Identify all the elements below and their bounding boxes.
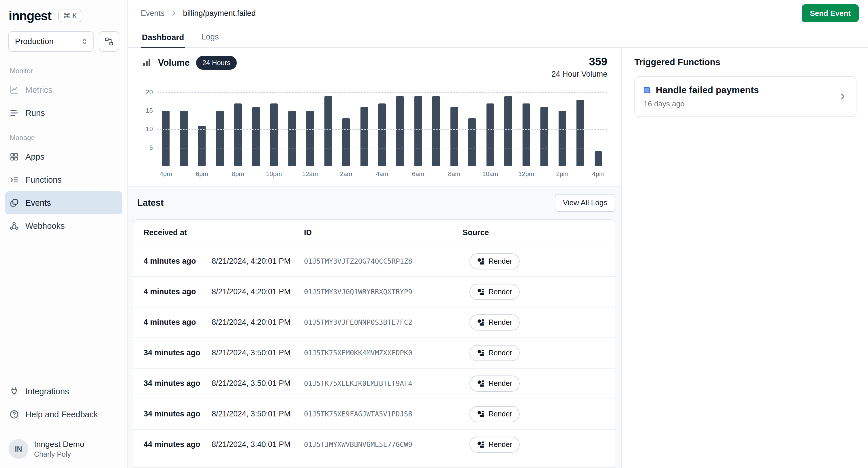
x-tick-label: [211, 170, 229, 178]
x-tick-label: [319, 170, 337, 178]
received-relative: 44 minutes ago: [144, 440, 212, 449]
chart-bar[interactable]: [504, 96, 512, 166]
function-name: Handle failed payments: [656, 85, 759, 95]
source-badge[interactable]: Render: [469, 437, 520, 453]
function-last-run: 16 days ago: [644, 99, 759, 108]
sidebar-item-webhooks[interactable]: Webhooks: [5, 214, 122, 237]
chart-bar[interactable]: [378, 103, 386, 166]
function-card[interactable]: Handle failed payments 16 days ago: [634, 76, 857, 117]
sidebar-item-help-and-feedback[interactable]: Help and Feedback: [5, 403, 122, 426]
chart-bar[interactable]: [595, 151, 602, 166]
breadcrumb: Events billing/payment.failed: [141, 9, 256, 18]
y-tick-label: 5: [149, 144, 153, 152]
sidebar-item-runs[interactable]: Runs: [5, 101, 122, 125]
sidebar-item-integrations[interactable]: Integrations: [5, 380, 122, 403]
x-tick-label: 4pm: [157, 170, 175, 178]
y-axis: 5101520: [142, 87, 157, 166]
integrations-icon: [9, 387, 19, 396]
source-label: Render: [489, 318, 512, 327]
content: Volume 24 Hours 359 24 Hour Volume 51015…: [128, 48, 868, 468]
chart-bar[interactable]: [270, 103, 278, 166]
y-tick-label: 20: [146, 89, 153, 96]
render-logo-icon: [477, 319, 485, 326]
table-row[interactable]: 34 minutes ago 8/21/2024, 3:50:01 PM 01J…: [133, 399, 615, 430]
event-id: 01J5TMY3VJTZ2QG74QCC5RP1Z8: [304, 257, 463, 265]
source-label: Render: [489, 257, 512, 265]
chart-bar[interactable]: [523, 103, 530, 166]
chart-bar[interactable]: [559, 111, 566, 166]
chart-bar[interactable]: [432, 96, 440, 166]
breadcrumb-events[interactable]: Events: [141, 9, 165, 18]
chevron-right-icon: [170, 9, 178, 17]
x-tick-label: [175, 170, 193, 178]
table-row[interactable]: 34 minutes ago 8/21/2024, 3:50:01 PM 01J…: [133, 338, 615, 369]
chart-bar[interactable]: [288, 111, 296, 166]
x-tick-label: 10pm: [265, 170, 283, 178]
render-logo-icon: [477, 288, 485, 296]
chart-bar[interactable]: [162, 111, 169, 166]
chart-bar[interactable]: [577, 100, 584, 166]
volume-total-label: 24 Hour Volume: [551, 70, 607, 79]
tab-logs[interactable]: Logs: [200, 32, 220, 47]
x-tick-label: 4pm: [589, 170, 607, 178]
tab-dashboard[interactable]: Dashboard: [141, 33, 185, 48]
render-logo-icon: [477, 258, 485, 265]
column-header-id: ID: [304, 228, 463, 237]
sidebar-footer: Integrations Help and Feedback IN Innges…: [0, 380, 127, 468]
table-row[interactable]: 4 minutes ago 8/21/2024, 4:20:01 PM 01J5…: [133, 307, 615, 338]
environment-select[interactable]: Production: [8, 31, 94, 52]
x-tick-label: 8am: [445, 170, 463, 178]
sidebar-item-apps[interactable]: Apps: [5, 145, 122, 168]
chart-bar[interactable]: [361, 107, 368, 166]
chart-bar[interactable]: [306, 111, 314, 166]
latest-title: Latest: [137, 198, 163, 208]
app-root: inngest ⌘ K Production Monitor Metrics R…: [0, 0, 868, 468]
source-badge[interactable]: Render: [469, 375, 520, 392]
command-k-label: ⌘ K: [63, 12, 77, 20]
chart-bar[interactable]: [396, 96, 404, 166]
source-badge[interactable]: Render: [469, 253, 520, 269]
environment-selected-label: Production: [15, 37, 54, 46]
chart-gridline: [157, 148, 607, 148]
chart-bar[interactable]: [216, 111, 224, 166]
y-tick-label: 15: [146, 107, 153, 114]
chart-bar[interactable]: [487, 103, 494, 166]
chart-bar[interactable]: [451, 107, 458, 166]
sidebar-item-label: Functions: [25, 175, 62, 185]
chart-bar[interactable]: [468, 118, 476, 166]
event-id: 01J5TK75XEM0KK4MVMZXXFDPK0: [304, 349, 463, 357]
chart-bar[interactable]: [324, 96, 332, 166]
event-id: 01J5TMY3VJGQ1WRYRRXQXTRYP9: [304, 288, 463, 296]
source-badge[interactable]: Render: [469, 345, 520, 361]
user-menu[interactable]: IN Inngest Demo Charly Poly: [0, 432, 127, 468]
x-tick-label: [427, 170, 445, 178]
table-row[interactable]: 34 minutes ago 8/21/2024, 3:50:01 PM 01J…: [133, 369, 615, 399]
workflow-icon: [104, 37, 114, 46]
received-timestamp: 8/21/2024, 4:20:01 PM: [212, 287, 304, 296]
source-badge[interactable]: Render: [469, 284, 520, 300]
chart-bar[interactable]: [180, 111, 188, 166]
chart-bar[interactable]: [342, 118, 350, 166]
user-subtitle: Charly Poly: [34, 450, 84, 459]
sidebar-item-metrics[interactable]: Metrics: [5, 78, 122, 101]
x-tick-label: [355, 170, 373, 178]
chart-bar[interactable]: [540, 107, 548, 166]
source-label: Render: [489, 410, 512, 418]
table-row[interactable]: 4 minutes ago 8/21/2024, 4:20:01 PM 01J5…: [133, 277, 615, 307]
sidebar-item-events[interactable]: Events: [5, 191, 122, 214]
apps-icon: [9, 152, 19, 162]
source-badge[interactable]: Render: [469, 406, 520, 422]
view-all-logs-button[interactable]: View All Logs: [555, 194, 615, 212]
chart-bar[interactable]: [234, 103, 242, 166]
sidebar-item-functions[interactable]: Functions: [5, 168, 122, 191]
send-event-button[interactable]: Send Event: [802, 4, 859, 22]
chart-bar[interactable]: [252, 107, 260, 166]
table-row[interactable]: 4 minutes ago 8/21/2024, 4:20:01 PM 01J5…: [133, 246, 615, 277]
time-range-pill[interactable]: 24 Hours: [196, 56, 237, 70]
chart-bar[interactable]: [198, 126, 206, 166]
table-row[interactable]: 44 minutes ago 8/21/2024, 3:40:01 PM 01J…: [133, 430, 615, 460]
source-badge[interactable]: Render: [469, 314, 520, 331]
command-k-shortcut[interactable]: ⌘ K: [58, 9, 82, 22]
chart-bar[interactable]: [414, 96, 422, 166]
environment-settings-button[interactable]: [99, 31, 119, 52]
